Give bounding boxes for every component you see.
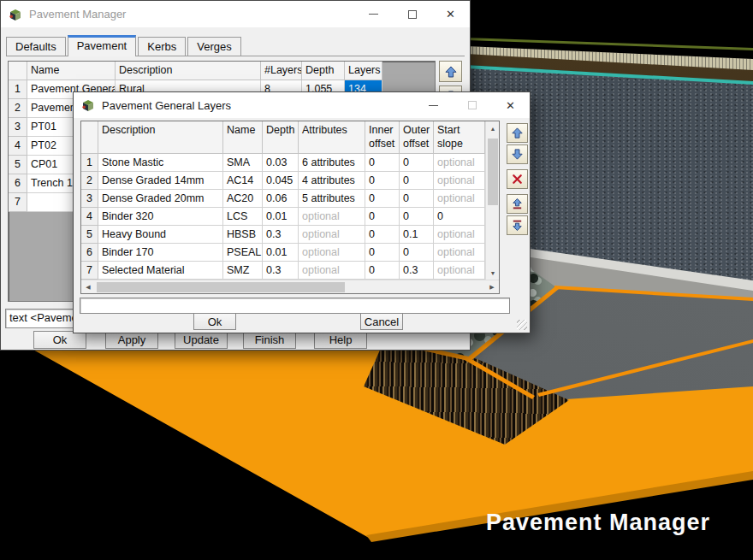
horizontal-scrollbar[interactable]: ◀ ▶ xyxy=(81,280,499,293)
cell-outer_offset[interactable]: 0 xyxy=(400,244,434,262)
move-row-to-bottom-button[interactable] xyxy=(507,215,528,235)
cell-attributes[interactable]: optional xyxy=(299,208,365,226)
dialog-cancel-button[interactable]: Cancel xyxy=(360,313,403,330)
scroll-right-icon[interactable]: ▶ xyxy=(485,280,499,294)
scroll-up-icon[interactable]: ▲ xyxy=(486,121,500,135)
cell-outer_offset[interactable]: 0 xyxy=(400,190,434,208)
cell-start_slope[interactable]: optional xyxy=(434,154,485,172)
cell-inner_offset[interactable]: 0 xyxy=(365,226,400,244)
move-row-down-button[interactable] xyxy=(507,144,528,164)
cell-start_slope[interactable]: optional xyxy=(434,172,485,190)
dialog-maximize-button[interactable] xyxy=(453,92,491,118)
cell-name[interactable]: SMZ xyxy=(223,262,263,280)
cell-attributes[interactable]: optional xyxy=(299,226,365,244)
cell-start_slope[interactable]: optional xyxy=(434,190,485,208)
dialog-minimize-button[interactable] xyxy=(414,92,453,118)
move-row-up-button[interactable] xyxy=(507,123,528,143)
row-number-cell[interactable]: 3 xyxy=(9,118,27,137)
tab-kerbs[interactable]: Kerbs xyxy=(138,37,186,56)
cell-depth[interactable]: 0.06 xyxy=(263,190,299,208)
close-button[interactable]: ✕ xyxy=(431,1,470,27)
cell-outer_offset[interactable]: 0.1 xyxy=(400,226,434,244)
tab-defaults[interactable]: Defaults xyxy=(6,37,66,56)
row-number-cell[interactable]: 1 xyxy=(9,80,27,99)
cell-start_slope[interactable]: optional xyxy=(434,262,485,280)
ok-button[interactable]: Ok xyxy=(33,331,86,349)
cell-outer_offset[interactable]: 0 xyxy=(400,172,434,190)
cell-description[interactable]: Selected Material xyxy=(98,262,223,280)
dialog-close-button[interactable]: ✕ xyxy=(491,92,530,118)
cell-name[interactable]: HBSB xyxy=(223,226,263,244)
cell-description[interactable]: Binder 170 xyxy=(98,244,223,262)
cell-name[interactable]: AC14 xyxy=(223,172,263,190)
cell-name[interactable]: SMA xyxy=(223,154,263,172)
cell-inner_offset[interactable]: 0 xyxy=(365,208,400,226)
cell-outer_offset[interactable]: 0 xyxy=(400,154,434,172)
scrollbar-thumb[interactable] xyxy=(97,282,345,292)
cell-inner_offset[interactable]: 0 xyxy=(365,190,400,208)
cell-attributes[interactable]: 6 attributes xyxy=(299,154,365,172)
minimize-button[interactable] xyxy=(354,1,393,27)
row-number-cell[interactable]: 4 xyxy=(9,137,27,156)
help-button[interactable]: Help xyxy=(314,331,367,349)
cell-description[interactable]: Dense Graded 14mm xyxy=(98,172,223,190)
cell-inner_offset[interactable]: 0 xyxy=(365,244,400,262)
tab-pavement[interactable]: Pavement xyxy=(68,35,137,56)
cell-inner_offset[interactable]: 0 xyxy=(365,154,400,172)
vertical-scrollbar[interactable]: ▲ ▼ xyxy=(485,121,499,280)
cell-start_slope[interactable]: optional xyxy=(434,226,485,244)
apply-button[interactable]: Apply xyxy=(105,331,158,349)
cell-start_slope[interactable]: optional xyxy=(434,244,485,262)
scrollbar-thumb[interactable] xyxy=(488,139,498,205)
resize-grip[interactable] xyxy=(517,320,527,330)
scroll-down-icon[interactable]: ▼ xyxy=(486,266,500,280)
cell-inner_offset[interactable]: 0 xyxy=(365,262,400,280)
cell-attributes[interactable]: optional xyxy=(299,244,365,262)
cell-depth[interactable]: 0.045 xyxy=(263,172,299,190)
layer-row: 5Heavy BoundHBSB0.3optional00.1optional xyxy=(81,226,485,244)
cell-depth[interactable]: 0.03 xyxy=(263,154,299,172)
cell-attributes[interactable]: 5 attributes xyxy=(299,190,365,208)
cell-start_slope[interactable]: 0 xyxy=(434,208,485,226)
cell-attributes[interactable]: 4 attributes xyxy=(299,172,365,190)
layer-row: 3Dense Graded 20mmAC200.065 attributes00… xyxy=(81,190,485,208)
maximize-button[interactable] xyxy=(393,1,431,27)
cell-description[interactable]: Heavy Bound xyxy=(98,226,223,244)
row-number-cell[interactable]: 3 xyxy=(81,190,98,208)
row-number-cell[interactable]: 7 xyxy=(81,262,98,280)
row-number-cell[interactable]: 2 xyxy=(81,172,98,190)
row-number-cell[interactable]: 4 xyxy=(81,208,98,226)
move-row-up-button[interactable] xyxy=(439,61,462,82)
cell-outer_offset[interactable]: 0.3 xyxy=(400,262,434,280)
dialog-ok-button[interactable]: Ok xyxy=(193,313,236,330)
tab-verges[interactable]: Verges xyxy=(187,37,240,56)
update-button[interactable]: Update xyxy=(175,331,228,349)
cell-name[interactable]: PSEAL xyxy=(223,244,263,262)
cell-attributes[interactable]: optional xyxy=(299,262,365,280)
cell-description[interactable]: Binder 320 xyxy=(98,208,223,226)
cell-inner_offset[interactable]: 0 xyxy=(365,172,400,190)
cell-depth[interactable]: 0.3 xyxy=(263,226,299,244)
cell-description[interactable]: Stone Mastic xyxy=(98,154,223,172)
row-number-cell[interactable]: 6 xyxy=(9,174,27,193)
row-number-cell[interactable]: 5 xyxy=(9,156,27,174)
cell-depth[interactable]: 0.3 xyxy=(263,262,299,280)
row-number-cell[interactable]: 2 xyxy=(9,99,27,118)
row-number-cell[interactable]: 6 xyxy=(81,244,98,262)
dialog-titlebar[interactable]: Pavement General Layers ✕ xyxy=(74,92,530,118)
cell-description[interactable]: Dense Graded 20mm xyxy=(98,190,223,208)
delete-row-button[interactable] xyxy=(507,169,528,189)
cell-name[interactable]: AC20 xyxy=(223,190,263,208)
scroll-left-icon[interactable]: ◀ xyxy=(81,280,95,294)
cell-depth[interactable]: 0.01 xyxy=(263,244,299,262)
row-number-cell[interactable]: 5 xyxy=(81,226,98,244)
row-number-cell[interactable]: 7 xyxy=(9,193,27,212)
cell-depth[interactable]: 0.01 xyxy=(263,208,299,226)
move-row-to-top-button[interactable] xyxy=(507,194,528,214)
cell-outer_offset[interactable]: 0 xyxy=(400,208,434,226)
main-titlebar[interactable]: Pavement Manager ✕ xyxy=(1,1,470,27)
row-number-cell[interactable]: 1 xyxy=(81,154,98,172)
dialog-info-field[interactable] xyxy=(80,298,510,314)
cell-name[interactable]: LCS xyxy=(223,208,263,226)
finish-button[interactable]: Finish xyxy=(243,331,296,349)
